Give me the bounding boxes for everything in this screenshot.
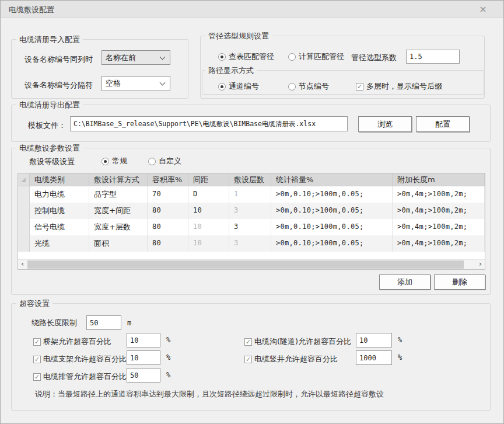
col-header-layers[interactable]: 敷设层数 <box>229 173 271 186</box>
export-config-group: 电缆清册导出配置 模板文件： 浏览 配置 <box>11 105 491 142</box>
template-file-input[interactable] <box>70 116 348 131</box>
select-all-cell[interactable] <box>18 173 30 186</box>
tray-overcap-checkbox[interactable]: ✓ <box>33 338 41 346</box>
cell-fill-rate[interactable]: 80 <box>148 203 188 219</box>
percent-label: % <box>166 371 170 379</box>
scrollbar-thumb[interactable] <box>27 260 464 269</box>
cell-extra-len[interactable]: >0m,4m;>100m,2m; <box>393 186 485 203</box>
conduit-overcap-checkbox[interactable]: ✓ <box>33 373 41 381</box>
chevron-down-icon[interactable] <box>160 80 166 86</box>
cell-extra-len[interactable]: >0m,4m;>100m,2m; <box>393 219 485 235</box>
laying-params-group: 电缆敷设参数设置 敷设等级设置 常规 自定义 电缆类别 敷设计算方式 容积率% … <box>11 148 491 295</box>
cell-calc-method[interactable]: 品字型 <box>89 186 148 203</box>
browse-button[interactable]: 浏览 <box>358 116 412 132</box>
separator-label: 设备名称编号分隔符 <box>24 80 93 91</box>
channel-number-radio[interactable] <box>218 83 226 91</box>
cell-spacing[interactable]: 10 <box>188 203 229 219</box>
tray-overcap-input[interactable] <box>127 333 160 347</box>
tray-overcap-row: ✓ 桥架允许超容百分比 % <box>33 333 208 347</box>
config-button[interactable]: 配置 <box>416 116 470 132</box>
cell-fill-rate[interactable]: 70 <box>148 186 188 203</box>
lookup-match-option[interactable]: 查表匹配管径 <box>218 51 274 62</box>
cell-layers[interactable]: 3 <box>229 203 271 219</box>
scroll-left-icon[interactable]: ‹ <box>18 260 27 269</box>
chevron-down-icon[interactable] <box>160 54 166 60</box>
cell-calc-method[interactable]: 宽度+层数 <box>89 219 148 235</box>
shaft-overcap-input[interactable] <box>356 350 392 365</box>
cell-calc-method[interactable]: 宽度+间距 <box>89 203 148 219</box>
row-indicator[interactable] <box>18 219 30 235</box>
cell-margin[interactable]: >0m,0.10;>100m,0.05; <box>271 186 393 203</box>
calc-match-radio[interactable] <box>288 53 296 61</box>
delete-button[interactable]: 删除 <box>434 274 485 290</box>
col-header-fill-rate[interactable]: 容积率% <box>148 173 188 186</box>
trench-overcap-input[interactable] <box>356 333 392 347</box>
row-indicator[interactable] <box>18 235 30 252</box>
col-header-margin[interactable]: 统计裕量% <box>271 173 393 186</box>
cell-fill-rate[interactable]: 80 <box>148 219 188 235</box>
table-row[interactable]: 控制电缆 宽度+间距 80 10 3 >0m,0.10;>100m,0.05; … <box>18 203 485 219</box>
detour-length-input[interactable] <box>86 315 121 330</box>
coef-input[interactable] <box>406 50 460 64</box>
col-header-extra-len[interactable]: 附加长度m <box>393 173 485 186</box>
horizontal-scrollbar[interactable]: ‹ › <box>18 259 485 269</box>
support-overcap-input[interactable] <box>127 350 160 365</box>
level-custom-option[interactable]: 自定义 <box>148 156 181 166</box>
cell-calc-method[interactable]: 面积 <box>89 235 148 252</box>
overcapacity-group: 超容设置 绕路长度限制 m ✓ 桥架允许超容百分比 % ✓ 电缆支架允许超容百分… <box>11 303 491 411</box>
separator-dropdown[interactable]: 空格 <box>102 76 170 91</box>
group-title-pipe-rule: 管径选型规则设置 <box>205 31 272 41</box>
row-indicator[interactable] <box>18 203 30 219</box>
detour-length-row: 绕路长度限制 m <box>32 315 131 330</box>
select-all-triangle-icon <box>21 178 26 182</box>
cell-spacing[interactable]: 10 <box>188 235 229 252</box>
cell-cable-type[interactable]: 电力电缆 <box>30 186 89 203</box>
conduit-overcap-row: ✓ 电缆排管允许超容百分比 % <box>33 368 208 383</box>
trench-overcap-checkbox[interactable]: ✓ <box>244 338 252 346</box>
cell-cable-type[interactable]: 光缆 <box>30 235 89 252</box>
shaft-overcap-row: ✓ 电缆竖井允许超容百分比 % <box>244 350 425 365</box>
cell-cable-type[interactable]: 信号电缆 <box>30 219 89 235</box>
table-row[interactable]: 电力电缆 品字型 70 D 1 >0m,0.10;>100m,0.05; >0m… <box>18 186 485 203</box>
support-overcap-checkbox[interactable]: ✓ <box>33 356 41 363</box>
col-header-cable-type[interactable]: 电缆类别 <box>30 173 89 186</box>
level-normal-radio[interactable] <box>102 158 109 165</box>
node-number-radio[interactable] <box>288 83 296 91</box>
close-icon[interactable]: × <box>478 4 488 15</box>
table-row[interactable]: 信号电缆 宽度+层数 80 10 3 >0m,0.10;>100m,0.05; … <box>18 219 485 235</box>
calc-match-option[interactable]: 计算匹配管径 <box>288 51 344 62</box>
coef-label: 管径选型系数 <box>351 53 397 63</box>
add-button[interactable]: 添加 <box>379 274 430 290</box>
cell-layers[interactable]: 3 <box>229 235 271 252</box>
level-custom-radio[interactable] <box>148 158 156 165</box>
channel-number-option[interactable]: 通道编号 <box>218 81 259 92</box>
col-header-calc-method[interactable]: 敷设计算方式 <box>89 173 148 186</box>
cell-margin[interactable]: >0m,0.10;>100m,0.05; <box>271 219 393 235</box>
group-title-export: 电缆清册导出配置 <box>16 100 83 110</box>
cell-cable-type[interactable]: 控制电缆 <box>30 203 89 219</box>
cell-layers[interactable]: 3 <box>229 219 271 235</box>
col-header-spacing[interactable]: 间距 <box>188 173 229 186</box>
name-order-dropdown[interactable]: 名称在前 <box>102 50 170 65</box>
suffix-checkbox-option[interactable]: ✓ 多层时，显示编号后缀 <box>356 81 442 92</box>
cell-layers[interactable]: 1 <box>229 186 271 203</box>
scroll-right-icon[interactable]: › <box>476 260 485 269</box>
cell-spacing[interactable]: 10 <box>188 219 229 235</box>
cell-extra-len[interactable]: >0m,4m;>100m,2m; <box>393 203 485 219</box>
cell-extra-len[interactable]: >0m,4m;>100m,2m; <box>393 235 485 252</box>
conduit-overcap-input[interactable] <box>127 368 160 383</box>
cell-margin[interactable]: >0m,0.10;>100m,0.05; <box>271 203 393 219</box>
cell-spacing[interactable]: D <box>188 186 229 203</box>
name-order-label: 设备名称编号同列时 <box>24 54 93 65</box>
shaft-overcap-checkbox[interactable]: ✓ <box>244 356 252 363</box>
cell-margin[interactable]: >0m,0.10;>100m,0.05; <box>271 235 393 252</box>
suffix-checkbox[interactable]: ✓ <box>356 83 363 91</box>
cell-fill-rate[interactable]: 80 <box>148 235 188 252</box>
check-icon: ✓ <box>34 356 40 363</box>
node-number-option[interactable]: 节点编号 <box>288 81 329 92</box>
lookup-match-radio[interactable] <box>218 53 226 61</box>
row-indicator[interactable] <box>18 186 30 203</box>
template-file-label: 模板文件： <box>28 120 66 131</box>
table-row[interactable]: 光缆 面积 80 10 3 >0m,0.10;>100m,0.05; >0m,4… <box>18 235 485 252</box>
level-normal-option[interactable]: 常规 <box>102 156 127 166</box>
